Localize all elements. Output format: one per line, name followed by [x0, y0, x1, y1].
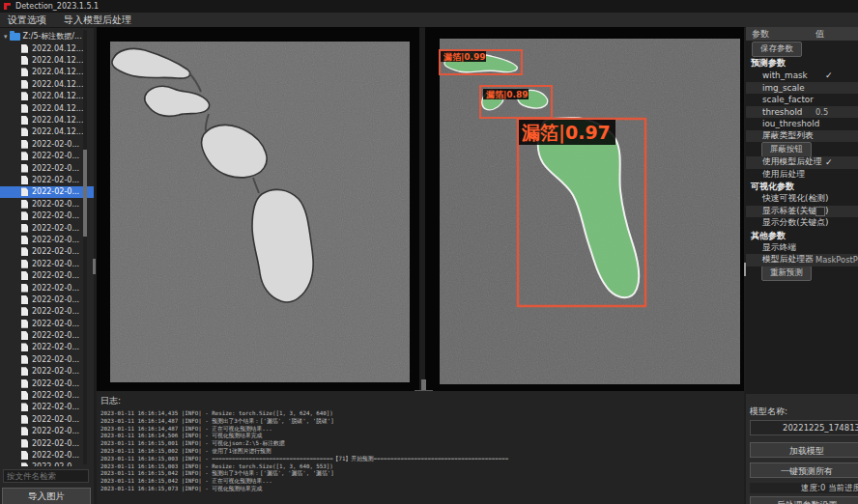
- param-row[interactable]: img_scale: [746, 82, 858, 95]
- param-row[interactable]: 显示分数(关键点): [746, 217, 858, 230]
- tree-root-label: Z:/5-标注数据/...: [23, 31, 82, 42]
- checkmark-icon[interactable]: ✓: [825, 157, 833, 167]
- param-label: 使用模型后处理: [762, 156, 822, 168]
- tree-item[interactable]: 2022-02-0...: [0, 353, 94, 365]
- tree-item[interactable]: 2022-02-0...: [0, 426, 94, 437]
- tree-item[interactable]: 2022-02-0...: [0, 378, 94, 389]
- tree-item[interactable]: 2022-02-0...: [0, 282, 94, 294]
- parameter-scrollbar-thumb[interactable]: [744, 263, 746, 276]
- checkmark-icon[interactable]: ✓: [825, 70, 833, 80]
- param-value[interactable]: 0.5: [815, 107, 828, 117]
- tree-scrollbar-thumb[interactable]: [83, 150, 87, 237]
- log-lines[interactable]: 2023-01-11 16:16:14,435 |INFO| - Resize:…: [97, 410, 744, 493]
- file-icon: [21, 427, 28, 435]
- param-action-button[interactable]: 屏蔽按钮: [761, 142, 812, 157]
- load-model-button[interactable]: 加载模型: [750, 442, 858, 458]
- log-line: 2023-01-11 16:16:15,042 |INFO| - 预测出了3个结…: [100, 470, 744, 478]
- save-params-button[interactable]: 保存参数: [752, 42, 802, 57]
- param-label: 使用后处理: [762, 169, 805, 181]
- tree-item[interactable]: 2022.04.12...: [0, 102, 94, 114]
- tree-item-selected[interactable]: 2022-02-0...: [0, 186, 94, 198]
- param-row[interactable]: 模型后处理器MaskPostPro: [746, 254, 858, 266]
- tree-item[interactable]: 2022-02-0...: [0, 162, 94, 174]
- tree-item[interactable]: 2022-02-0...: [0, 210, 94, 221]
- tree-item[interactable]: 2022-02-0...: [0, 198, 94, 210]
- tree-item[interactable]: 2022-02-0...: [0, 222, 94, 234]
- param-label: 显示终端: [762, 242, 796, 254]
- tree-item-label: 2022-02-0...: [32, 379, 79, 388]
- file-icon: [21, 68, 28, 76]
- param-row[interactable]: 显示标签(关键点): [746, 206, 858, 218]
- tree-item-label: 2022-02-0...: [32, 331, 79, 340]
- tree-item-label: 2022-02-0...: [32, 295, 79, 304]
- file-icon: [21, 355, 28, 364]
- tree-item[interactable]: 2022-02-0...: [0, 234, 94, 245]
- tree-item[interactable]: 2022-02-0...: [0, 258, 94, 269]
- tree-item[interactable]: 2022.04.12...: [0, 126, 94, 138]
- checkbox-unchecked[interactable]: [815, 207, 825, 216]
- tree-item-label: 2022-02-0...: [32, 427, 79, 435]
- predict-all-button[interactable]: 一键预测所有: [750, 462, 858, 478]
- param-row[interactable]: 屏蔽类型列表: [746, 130, 858, 143]
- param-row[interactable]: 使用模型后处理✓: [746, 156, 858, 169]
- tree-item-label: 2022-02-0...: [32, 415, 79, 424]
- param-action-button[interactable]: 重新预测: [761, 266, 812, 281]
- file-icon: [21, 200, 28, 209]
- tree-item[interactable]: 2022.04.12...: [0, 114, 94, 126]
- menu-item[interactable]: 设置选项: [8, 14, 46, 27]
- tree-item[interactable]: 2022-02-0: [0, 462, 94, 466]
- tree-scrollbar[interactable]: [83, 30, 87, 464]
- tree-item[interactable]: 2022-02-0...: [0, 151, 94, 162]
- tree-root-item[interactable]: ▾ Z:/5-标注数据/...: [0, 30, 94, 42]
- param-row[interactable]: iou_threshold: [746, 118, 858, 130]
- param-row[interactable]: threshold0.5: [746, 106, 858, 119]
- tree-item[interactable]: 2022-02-0...: [0, 329, 94, 341]
- param-row[interactable]: 使用后处理: [746, 169, 858, 182]
- tree-item[interactable]: 2022.04.12...: [0, 42, 94, 54]
- tree-item[interactable]: 2022-02-0...: [0, 449, 94, 461]
- param-row[interactable]: 显示终端: [746, 242, 858, 255]
- param-row[interactable]: 快速可视化(检测): [746, 193, 858, 206]
- tree-item[interactable]: 2022-02-0...: [0, 402, 94, 413]
- tree-item[interactable]: 2022.04.12...: [0, 67, 94, 78]
- model-name-field[interactable]: 20221225_174813: [750, 420, 858, 435]
- tree-item-label: 2022-02-0...: [32, 152, 79, 160]
- param-value[interactable]: MaskPostPro: [815, 255, 858, 265]
- tree-item[interactable]: 2022.04.12...: [0, 91, 94, 102]
- tree-item[interactable]: 2022-02-0...: [0, 246, 94, 258]
- file-icon: [21, 307, 28, 316]
- import-images-button[interactable]: 导入图片: [2, 488, 91, 504]
- tree-item-label: 2022-02-0...: [32, 320, 79, 328]
- tree-item[interactable]: 2022.04.12...: [0, 78, 94, 90]
- menu-item[interactable]: 导入模型后处理: [64, 14, 131, 27]
- app-window: Detection_2023.1.5.1 设置选项导入模型后处理 ▾ Z:/5-…: [0, 0, 858, 504]
- model-section: 模型名称: 20221225_174813 加载模型 一键预测所有 速度:0 当…: [746, 394, 858, 504]
- postprocess-settings-button[interactable]: 后处理参数设置: [750, 496, 858, 504]
- tree-expand-icon[interactable]: ▾: [4, 33, 8, 41]
- tree-item[interactable]: 2022-02-0...: [0, 318, 94, 329]
- tree-item[interactable]: 2022-02-0...: [0, 389, 94, 401]
- param-row[interactable]: with_mask✓: [746, 70, 858, 82]
- tree-item[interactable]: 2022-02-0...: [0, 437, 94, 449]
- file-icon: [21, 295, 28, 304]
- tree-item[interactable]: 2022-02-0...: [0, 294, 94, 305]
- file-icon: [21, 164, 28, 173]
- sidebar-splitter-handle[interactable]: [93, 259, 96, 274]
- tree-item-label: 2022-02-0...: [32, 236, 79, 244]
- param-row[interactable]: scale_factor: [746, 94, 858, 106]
- tree-item[interactable]: 2022-02-0...: [0, 138, 94, 150]
- param-label: 屏蔽类型列表: [762, 130, 814, 142]
- log-line: 2023-01-11 16:16:15,003 |INFO| - =======…: [100, 456, 744, 463]
- tree-item[interactable]: 2022.04.12...: [0, 54, 94, 66]
- tree-item[interactable]: 2022-02-0...: [0, 413, 94, 425]
- tree-item[interactable]: 2022-02-0...: [0, 366, 94, 378]
- tree-item[interactable]: 2022-02-0...: [0, 342, 94, 353]
- tree-item[interactable]: 2022-02-0...: [0, 174, 94, 185]
- tree-item[interactable]: 2022-02-0...: [0, 306, 94, 318]
- tree-item[interactable]: 2022-02-0...: [0, 269, 94, 281]
- tree-item-label: 2022-02-0...: [32, 200, 79, 209]
- filename-search-input[interactable]: [3, 469, 89, 483]
- param-label: 显示分数(关键点): [762, 217, 828, 229]
- speed-progress-text: 速度:0 当前进度: [750, 483, 858, 493]
- tree-item-label: 2022-02-0...: [32, 439, 79, 448]
